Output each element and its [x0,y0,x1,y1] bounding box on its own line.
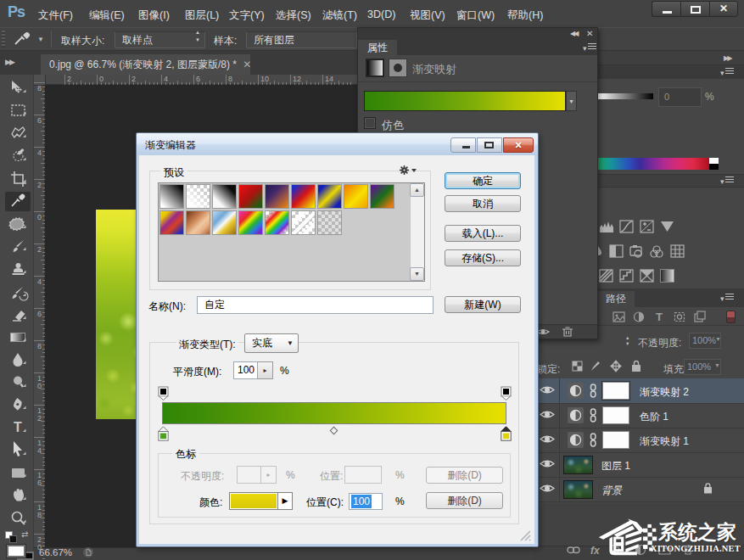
svg-text:T: T [14,420,22,434]
svg-text:T: T [656,311,663,323]
